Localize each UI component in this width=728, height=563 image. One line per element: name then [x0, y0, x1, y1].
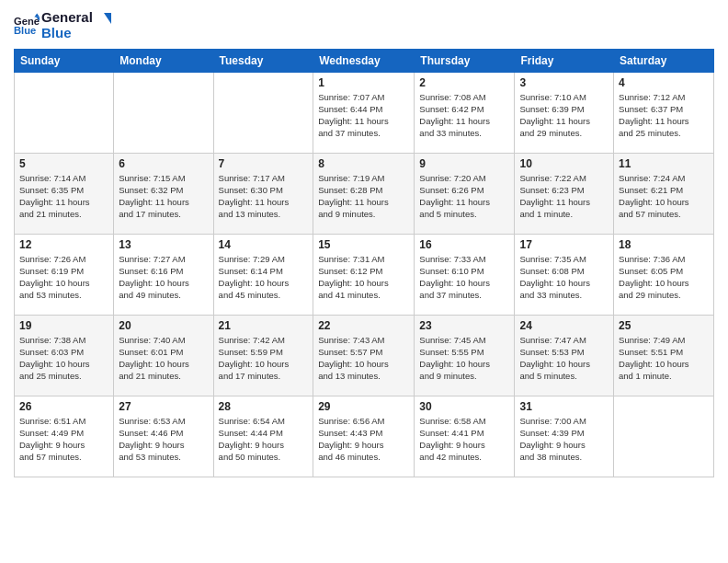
day-info: Sunrise: 7:17 AMSunset: 6:30 PMDaylight:… — [219, 172, 309, 221]
day-number: 19 — [19, 319, 108, 332]
calendar-cell: 31Sunrise: 7:00 AMSunset: 4:39 PMDayligh… — [515, 396, 614, 477]
day-info: Sunrise: 6:54 AMSunset: 4:44 PMDaylight:… — [219, 415, 309, 464]
svg-marker-4 — [104, 13, 111, 24]
header: General Blue General Blue — [14, 9, 714, 41]
calendar-cell: 16Sunrise: 7:33 AMSunset: 6:10 PMDayligh… — [415, 234, 515, 315]
calendar-week-3: 12Sunrise: 7:26 AMSunset: 6:19 PMDayligh… — [15, 234, 714, 315]
day-number: 15 — [318, 238, 409, 251]
logo-icon: General Blue — [14, 12, 40, 38]
calendar-cell: 23Sunrise: 7:45 AMSunset: 5:55 PMDayligh… — [415, 315, 515, 396]
day-number: 28 — [219, 400, 309, 413]
day-number: 9 — [419, 157, 509, 170]
day-number: 22 — [318, 319, 409, 332]
logo-blue: Blue — [41, 25, 111, 40]
day-info: Sunrise: 7:45 AMSunset: 5:55 PMDaylight:… — [419, 334, 509, 383]
day-header-friday: Friday — [515, 49, 614, 72]
day-number: 14 — [219, 238, 309, 251]
day-info: Sunrise: 7:47 AMSunset: 5:53 PMDaylight:… — [519, 334, 609, 383]
day-header-monday: Monday — [114, 49, 213, 72]
day-info: Sunrise: 7:19 AMSunset: 6:28 PMDaylight:… — [318, 172, 409, 221]
day-number: 30 — [419, 400, 509, 413]
day-number: 2 — [419, 76, 509, 89]
calendar-cell: 15Sunrise: 7:31 AMSunset: 6:12 PMDayligh… — [313, 234, 415, 315]
day-info: Sunrise: 7:36 AMSunset: 6:05 PMDaylight:… — [619, 253, 709, 302]
logo-general: General — [41, 9, 111, 25]
day-number: 17 — [519, 238, 609, 251]
day-number: 18 — [619, 238, 709, 251]
calendar-cell: 9Sunrise: 7:20 AMSunset: 6:26 PMDaylight… — [415, 153, 515, 234]
day-number: 27 — [119, 400, 208, 413]
day-info: Sunrise: 7:40 AMSunset: 6:01 PMDaylight:… — [119, 334, 208, 383]
day-info: Sunrise: 6:53 AMSunset: 4:46 PMDaylight:… — [119, 415, 208, 464]
calendar-cell: 13Sunrise: 7:27 AMSunset: 6:16 PMDayligh… — [114, 234, 213, 315]
calendar-cell: 20Sunrise: 7:40 AMSunset: 6:01 PMDayligh… — [114, 315, 213, 396]
day-info: Sunrise: 7:00 AMSunset: 4:39 PMDaylight:… — [519, 415, 609, 464]
day-info: Sunrise: 7:26 AMSunset: 6:19 PMDaylight:… — [19, 253, 108, 302]
calendar-week-4: 19Sunrise: 7:38 AMSunset: 6:03 PMDayligh… — [15, 315, 714, 396]
page: General Blue General Blue SundayMondayT — [0, 0, 728, 563]
day-number: 29 — [318, 400, 409, 413]
calendar-table: SundayMondayTuesdayWednesdayThursdayFrid… — [14, 49, 714, 477]
day-header-tuesday: Tuesday — [213, 49, 313, 72]
day-info: Sunrise: 7:43 AMSunset: 5:57 PMDaylight:… — [318, 334, 409, 383]
day-number: 31 — [519, 400, 609, 413]
calendar-cell: 7Sunrise: 7:17 AMSunset: 6:30 PMDaylight… — [213, 153, 313, 234]
day-number: 13 — [119, 238, 208, 251]
day-number: 6 — [119, 157, 208, 170]
day-info: Sunrise: 7:31 AMSunset: 6:12 PMDaylight:… — [318, 253, 409, 302]
logo-chevron — [97, 13, 111, 24]
day-info: Sunrise: 7:15 AMSunset: 6:32 PMDaylight:… — [119, 172, 208, 221]
calendar-week-2: 5Sunrise: 7:14 AMSunset: 6:35 PMDaylight… — [15, 153, 714, 234]
day-info: Sunrise: 7:35 AMSunset: 6:08 PMDaylight:… — [519, 253, 609, 302]
calendar-cell: 3Sunrise: 7:10 AMSunset: 6:39 PMDaylight… — [515, 72, 614, 153]
calendar-cell: 30Sunrise: 6:58 AMSunset: 4:41 PMDayligh… — [415, 396, 515, 477]
day-info: Sunrise: 6:56 AMSunset: 4:43 PMDaylight:… — [318, 415, 409, 464]
day-info: Sunrise: 7:07 AMSunset: 6:44 PMDaylight:… — [318, 91, 409, 140]
logo: General Blue General Blue — [14, 9, 111, 41]
day-info: Sunrise: 6:58 AMSunset: 4:41 PMDaylight:… — [419, 415, 509, 464]
day-info: Sunrise: 7:10 AMSunset: 6:39 PMDaylight:… — [519, 91, 609, 140]
day-info: Sunrise: 7:08 AMSunset: 6:42 PMDaylight:… — [419, 91, 509, 140]
day-number: 25 — [619, 319, 709, 332]
day-number: 8 — [318, 157, 409, 170]
calendar-cell: 21Sunrise: 7:42 AMSunset: 5:59 PMDayligh… — [213, 315, 313, 396]
day-number: 10 — [519, 157, 609, 170]
day-info: Sunrise: 7:49 AMSunset: 5:51 PMDaylight:… — [619, 334, 709, 383]
day-number: 21 — [219, 319, 309, 332]
day-number: 5 — [19, 157, 108, 170]
calendar-cell: 18Sunrise: 7:36 AMSunset: 6:05 PMDayligh… — [614, 234, 714, 315]
day-info: Sunrise: 7:20 AMSunset: 6:26 PMDaylight:… — [419, 172, 509, 221]
day-number: 20 — [119, 319, 208, 332]
calendar-cell: 25Sunrise: 7:49 AMSunset: 5:51 PMDayligh… — [614, 315, 714, 396]
day-number: 4 — [619, 76, 709, 89]
day-info: Sunrise: 7:33 AMSunset: 6:10 PMDaylight:… — [419, 253, 509, 302]
calendar-cell: 26Sunrise: 6:51 AMSunset: 4:49 PMDayligh… — [15, 396, 114, 477]
calendar-cell: 22Sunrise: 7:43 AMSunset: 5:57 PMDayligh… — [313, 315, 415, 396]
day-info: Sunrise: 7:29 AMSunset: 6:14 PMDaylight:… — [219, 253, 309, 302]
day-number: 24 — [519, 319, 609, 332]
calendar-cell: 12Sunrise: 7:26 AMSunset: 6:19 PMDayligh… — [15, 234, 114, 315]
day-number: 3 — [519, 76, 609, 89]
calendar-cell: 4Sunrise: 7:12 AMSunset: 6:37 PMDaylight… — [614, 72, 714, 153]
day-number: 12 — [19, 238, 108, 251]
calendar-cell: 10Sunrise: 7:22 AMSunset: 6:23 PMDayligh… — [515, 153, 614, 234]
calendar-cell: 2Sunrise: 7:08 AMSunset: 6:42 PMDaylight… — [415, 72, 515, 153]
day-info: Sunrise: 7:22 AMSunset: 6:23 PMDaylight:… — [519, 172, 609, 221]
day-number: 26 — [19, 400, 108, 413]
day-info: Sunrise: 7:42 AMSunset: 5:59 PMDaylight:… — [219, 334, 309, 383]
day-header-saturday: Saturday — [614, 49, 714, 72]
calendar-cell: 11Sunrise: 7:24 AMSunset: 6:21 PMDayligh… — [614, 153, 714, 234]
calendar-cell: 1Sunrise: 7:07 AMSunset: 6:44 PMDaylight… — [313, 72, 415, 153]
day-info: Sunrise: 7:14 AMSunset: 6:35 PMDaylight:… — [19, 172, 108, 221]
day-info: Sunrise: 7:38 AMSunset: 6:03 PMDaylight:… — [19, 334, 108, 383]
calendar-week-1: 1Sunrise: 7:07 AMSunset: 6:44 PMDaylight… — [15, 72, 714, 153]
calendar-cell: 8Sunrise: 7:19 AMSunset: 6:28 PMDaylight… — [313, 153, 415, 234]
day-info: Sunrise: 7:24 AMSunset: 6:21 PMDaylight:… — [619, 172, 709, 221]
day-header-wednesday: Wednesday — [313, 49, 415, 72]
day-info: Sunrise: 7:12 AMSunset: 6:37 PMDaylight:… — [619, 91, 709, 140]
calendar-cell: 27Sunrise: 6:53 AMSunset: 4:46 PMDayligh… — [114, 396, 213, 477]
calendar-cell: 5Sunrise: 7:14 AMSunset: 6:35 PMDaylight… — [15, 153, 114, 234]
day-header-sunday: Sunday — [15, 49, 114, 72]
day-info: Sunrise: 7:27 AMSunset: 6:16 PMDaylight:… — [119, 253, 208, 302]
calendar-cell — [114, 72, 213, 153]
